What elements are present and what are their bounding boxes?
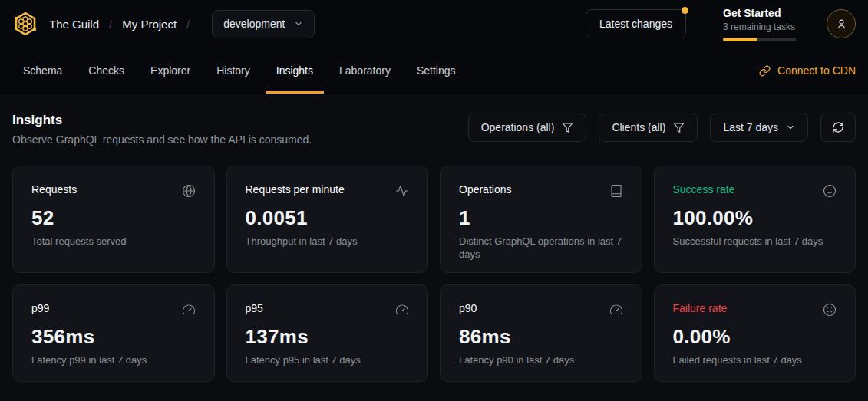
tab-settings[interactable]: Settings [406, 48, 467, 94]
card-title: Requests per minute [246, 183, 345, 196]
date-range-value: Last 7 days [723, 121, 778, 133]
page-title: Insights [12, 113, 312, 128]
stat-card-p99: p99 356ms Latency p99 in last 7 days [12, 284, 215, 382]
date-range-select[interactable]: Last 7 days [710, 113, 808, 142]
target-select-value: development [223, 18, 285, 30]
latest-changes-button[interactable]: Latest changes [586, 9, 686, 38]
stat-card-p90: p90 86ms Latency p90 in last 7 days [440, 284, 642, 382]
person-icon [835, 18, 848, 31]
link-icon [759, 65, 771, 77]
stat-card-success-rate: Success rate 100.00% Successful requests… [654, 166, 856, 273]
get-started-progress-fill [723, 38, 757, 41]
connect-to-cdn-label: Connect to CDN [777, 64, 856, 77]
breadcrumb-separator: / [186, 18, 190, 31]
get-started-title: Get Started [723, 7, 796, 19]
book-icon [609, 184, 623, 198]
card-value: 137ms [246, 325, 410, 349]
gauge-icon [609, 303, 623, 317]
refresh-icon [832, 121, 844, 133]
card-title: p99 [31, 302, 49, 314]
primary-nav: Schema Checks Explorer History Insights … [0, 48, 868, 94]
card-description: Total requests served [31, 235, 196, 248]
filter-icon [673, 122, 685, 133]
stat-card-rpm: Requests per minute 0.0051 Throughput in… [226, 166, 429, 273]
chevron-down-icon [294, 19, 303, 28]
stat-card-failure-rate: Failure rate 0.00% Failed requests in la… [654, 284, 856, 382]
card-title: p95 [246, 302, 263, 314]
breadcrumb-org[interactable]: The Guild [49, 18, 99, 31]
breadcrumb-separator: / [109, 18, 112, 31]
gauge-icon [395, 303, 409, 317]
tab-insights[interactable]: Insights [266, 48, 324, 94]
get-started-widget[interactable]: Get Started 3 remaining tasks [723, 7, 796, 41]
stat-card-p95: p95 137ms Latency p95 in last 7 days [226, 284, 429, 382]
card-description: Latency p90 in last 7 days [459, 354, 623, 367]
connect-to-cdn-link[interactable]: Connect to CDN [759, 48, 856, 94]
card-value: 100.00% [673, 206, 837, 230]
tab-explorer[interactable]: Explorer [140, 48, 201, 94]
stat-card-requests: Requests 52 Total requests served [12, 166, 215, 273]
card-title: p90 [459, 302, 477, 314]
app-header: The Guild / My Project / development Lat… [0, 0, 868, 48]
get-started-subtitle: 3 remaining tasks [723, 21, 796, 32]
clients-filter-button[interactable]: Clients (all) [599, 113, 698, 142]
card-value: 52 [31, 206, 196, 230]
page-subtitle: Observe GraphQL requests and see how the… [12, 133, 312, 146]
card-description: Successful requests in last 7 days [673, 235, 837, 248]
card-description: Throughput in last 7 days [246, 235, 410, 248]
card-description: Failed requests in last 7 days [673, 354, 837, 367]
stats-grid: Requests 52 Total requests served Reques… [12, 166, 856, 382]
main-content: Insights Observe GraphQL requests and se… [0, 94, 868, 394]
tab-laboratory[interactable]: Laboratory [328, 48, 401, 94]
refresh-button[interactable] [820, 113, 856, 142]
latest-changes-label: Latest changes [599, 18, 672, 30]
smile-icon [823, 184, 837, 198]
frown-icon [823, 303, 837, 317]
card-title: Requests [31, 183, 77, 196]
activity-icon [395, 184, 409, 198]
card-title: Failure rate [673, 302, 728, 314]
user-avatar[interactable] [827, 9, 856, 38]
card-description: Distinct GraphQL operations in last 7 da… [459, 235, 623, 261]
card-value: 1 [459, 206, 623, 230]
breadcrumb-project[interactable]: My Project [122, 18, 177, 31]
page-head-text: Insights Observe GraphQL requests and se… [12, 113, 312, 146]
stat-card-operations: Operations 1 Distinct GraphQL operations… [440, 166, 642, 273]
tab-history[interactable]: History [206, 48, 261, 94]
tab-checks[interactable]: Checks [78, 48, 135, 94]
target-select[interactable]: development [212, 10, 315, 38]
tab-schema[interactable]: Schema [12, 48, 73, 94]
card-description: Latency p95 in last 7 days [246, 354, 410, 367]
card-title: Success rate [673, 183, 735, 196]
header-right: Latest changes Get Started 3 remaining t… [586, 7, 856, 41]
page-head: Insights Observe GraphQL requests and se… [12, 113, 856, 146]
operations-filter-button[interactable]: Operations (all) [468, 113, 587, 142]
filter-icon [562, 122, 573, 133]
nav-tabs: Schema Checks Explorer History Insights … [12, 48, 471, 94]
card-value: 0.0051 [246, 206, 410, 230]
notification-dot [682, 7, 688, 14]
card-title: Operations [459, 183, 511, 196]
card-value: 0.00% [673, 325, 837, 349]
gauge-icon [182, 303, 196, 317]
card-value: 356ms [31, 325, 196, 349]
chevron-down-icon [786, 123, 795, 132]
insights-controls: Operations (all) Clients (all) Last 7 da… [468, 113, 856, 142]
card-value: 86ms [459, 325, 623, 349]
clients-filter-label: Clients (all) [612, 121, 665, 133]
operations-filter-label: Operations (all) [481, 121, 555, 133]
card-description: Latency p99 in last 7 days [31, 354, 196, 367]
globe-icon [182, 184, 196, 198]
guild-logo-icon[interactable] [12, 11, 38, 37]
get-started-progress [723, 38, 796, 41]
